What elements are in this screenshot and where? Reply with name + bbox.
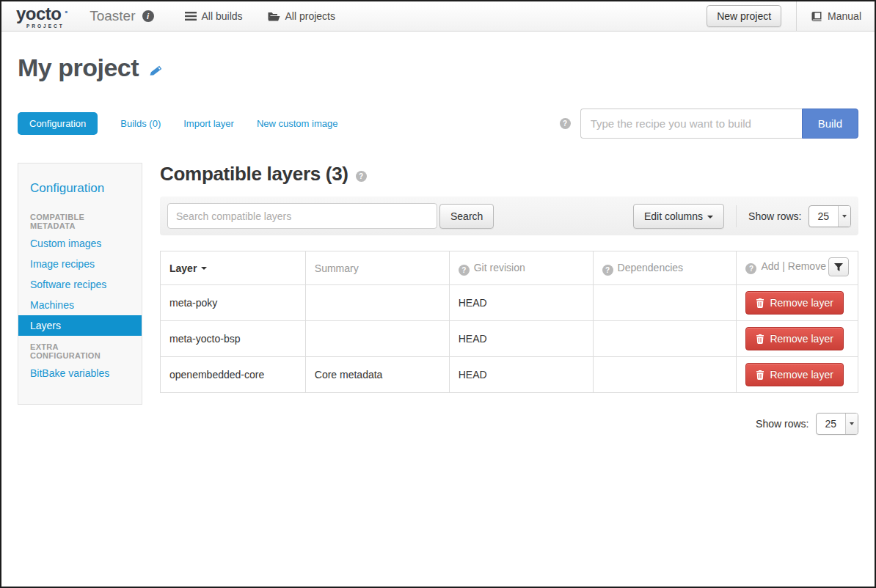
- table-toolbar: Search Edit columns Show rows: 25: [160, 196, 858, 235]
- nav-manual-label: Manual: [828, 10, 861, 22]
- trash-icon: [756, 298, 764, 308]
- build-button[interactable]: Build: [802, 109, 858, 139]
- sidebar-item-layers[interactable]: Layers: [18, 315, 142, 336]
- tab-configuration[interactable]: Configuration: [18, 112, 98, 135]
- table-row: meta-poky HEAD Remove layer: [161, 285, 858, 321]
- build-help-icon[interactable]: ?: [560, 118, 571, 129]
- top-navbar: yocto · PROJECT Toaster i All builds All…: [1, 1, 875, 32]
- main-panel: Compatible layers (3) ? Search Edit colu…: [160, 163, 858, 435]
- column-header-git-revision[interactable]: ?Git revision: [449, 251, 593, 285]
- sort-caret-icon: [201, 267, 207, 270]
- sidebar-section-extra-configuration: EXTRA CONFIGURATION: [18, 336, 142, 363]
- edit-project-name-pencil-icon[interactable]: [149, 65, 162, 78]
- remove-layer-button[interactable]: Remove layer: [745, 291, 843, 315]
- nav-all-builds-label: All builds: [202, 10, 243, 22]
- summary-cell: [305, 321, 449, 357]
- info-icon[interactable]: i: [142, 10, 154, 22]
- page-header: My project: [18, 54, 858, 82]
- page-title: My project: [18, 54, 139, 82]
- brand-subtitle: PROJECT: [26, 24, 69, 29]
- table-row: meta-yocto-bsp HEAD Remove layer: [161, 321, 858, 357]
- summary-cell: Core metadata: [305, 357, 449, 393]
- dependencies-cell: [593, 321, 737, 357]
- sidebar-item-custom-images[interactable]: Custom images: [18, 233, 142, 254]
- build-recipe-input[interactable]: [580, 109, 802, 139]
- project-tabs-row: Configuration Builds (0) Import layer Ne…: [18, 109, 858, 139]
- table-footer: Show rows: 25: [160, 413, 858, 435]
- tab-builds[interactable]: Builds (0): [120, 118, 161, 129]
- trash-icon: [756, 334, 764, 344]
- book-icon: [811, 12, 822, 21]
- trash-icon: [756, 370, 764, 380]
- git-revision-cell: HEAD: [449, 285, 593, 321]
- table-row: openembedded-core Core metadata HEAD Rem…: [161, 357, 858, 393]
- folder-open-icon: [268, 12, 280, 21]
- dependencies-cell: [593, 285, 737, 321]
- yocto-logo[interactable]: yocto · PROJECT: [16, 5, 69, 29]
- tab-new-custom-image[interactable]: New custom image: [257, 118, 338, 129]
- action-cell: Remove layer: [737, 357, 858, 393]
- navbar-divider: [796, 1, 797, 32]
- dependencies-cell: [593, 357, 737, 393]
- layer-name-cell[interactable]: meta-poky: [161, 285, 306, 321]
- select-caret-icon: [845, 414, 858, 434]
- dependencies-help-icon[interactable]: ?: [602, 265, 613, 276]
- sidebar-item-image-recipes[interactable]: Image recipes: [18, 254, 142, 274]
- layer-name-cell[interactable]: openembedded-core: [161, 357, 306, 393]
- select-caret-icon: [838, 206, 850, 227]
- search-button[interactable]: Search: [439, 204, 494, 229]
- sidebar-title-configuration[interactable]: Configuration: [18, 181, 142, 196]
- toolbar-divider: [736, 205, 737, 227]
- brand-dot: ·: [65, 5, 70, 18]
- compatible-layers-table: Layer Summary ?Git revision ?Dependencie…: [160, 251, 858, 393]
- brand-name: yocto: [16, 5, 62, 23]
- sidebar-section-compatible-metadata: COMPATIBLE METADATA: [18, 206, 142, 233]
- column-header-layer[interactable]: Layer: [161, 251, 306, 285]
- build-form: ? Build: [560, 109, 858, 139]
- nav-all-builds[interactable]: All builds: [185, 10, 243, 22]
- compatible-layers-heading: Compatible layers (3): [160, 163, 348, 185]
- show-rows-select[interactable]: 25: [809, 205, 851, 227]
- configuration-sidebar: Configuration COMPATIBLE METADATA Custom…: [18, 163, 142, 405]
- action-cell: Remove layer: [737, 285, 858, 321]
- new-project-button[interactable]: New project: [707, 5, 781, 27]
- action-cell: Remove layer: [737, 321, 858, 357]
- add-remove-help-icon[interactable]: ?: [745, 263, 756, 274]
- sidebar-item-software-recipes[interactable]: Software recipes: [18, 274, 142, 295]
- git-revision-cell: HEAD: [449, 357, 593, 393]
- remove-layer-button[interactable]: Remove layer: [745, 327, 843, 350]
- layer-name-cell[interactable]: meta-yocto-bsp: [161, 321, 306, 357]
- column-header-add-remove[interactable]: ?Add | Remove: [737, 251, 858, 285]
- column-header-summary[interactable]: Summary: [305, 251, 449, 285]
- show-rows-label: Show rows:: [748, 210, 801, 222]
- nav-all-projects[interactable]: All projects: [268, 10, 335, 22]
- edit-columns-button[interactable]: Edit columns: [633, 204, 724, 229]
- remove-layer-button[interactable]: Remove layer: [745, 363, 843, 386]
- compatible-layers-help-icon[interactable]: ?: [356, 171, 367, 182]
- nav-all-projects-label: All projects: [285, 10, 335, 22]
- content-area: Configuration COMPATIBLE METADATA Custom…: [18, 163, 858, 435]
- app-title: Toaster: [90, 8, 135, 24]
- builds-list-icon: [185, 12, 197, 21]
- sidebar-item-bitbake-variables[interactable]: BitBake variables: [18, 363, 142, 383]
- search-layers-input[interactable]: [167, 203, 437, 229]
- caret-down-icon: [707, 216, 713, 218]
- navbar-links: All builds All projects: [185, 10, 336, 22]
- git-revision-help-icon[interactable]: ?: [459, 265, 470, 276]
- filter-button[interactable]: [828, 257, 849, 276]
- summary-cell: [305, 285, 449, 321]
- sidebar-item-machines[interactable]: Machines: [18, 295, 142, 315]
- git-revision-cell: HEAD: [449, 321, 593, 357]
- tab-import-layer[interactable]: Import layer: [183, 118, 234, 129]
- footer-show-rows-select[interactable]: 25: [816, 413, 858, 435]
- column-header-dependencies[interactable]: ?Dependencies: [593, 251, 737, 285]
- footer-show-rows-label: Show rows:: [756, 418, 809, 430]
- nav-manual[interactable]: Manual: [811, 10, 861, 22]
